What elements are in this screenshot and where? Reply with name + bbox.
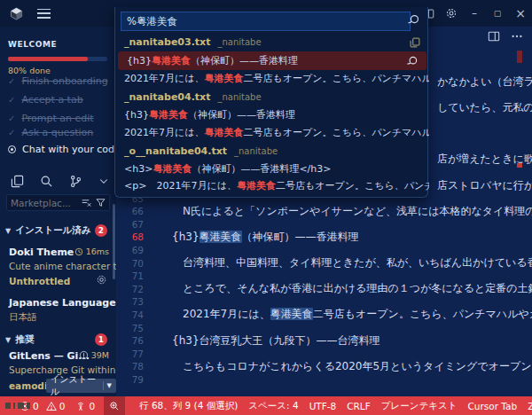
result-file-row[interactable]: _o__nanitabe04.txt _nanitabe	[115, 143, 429, 160]
radio-tower-icon	[75, 401, 86, 411]
match-highlight: 粤港美食	[205, 72, 244, 85]
quick-open-input[interactable]	[121, 12, 411, 31]
marketplace-search-input[interactable]	[11, 198, 82, 208]
section-installed[interactable]: ▼ インストール済み 2	[0, 222, 116, 239]
more-actions-icon[interactable]	[511, 30, 523, 43]
marketplace-search[interactable]	[6, 194, 110, 211]
match-highlight: 粤港美食	[149, 108, 188, 121]
warning-icon	[46, 401, 57, 411]
result-match-row[interactable]: <p> 2021年7月には、粤港美食二号店もオープン。こちら、パンチマハルやカー…	[115, 177, 429, 194]
maximize-button[interactable]: ▢	[486, 0, 509, 27]
source-control-icon[interactable]	[69, 175, 82, 188]
menu-icon[interactable]	[37, 9, 51, 19]
code-line: 76{h3}台湾豆乳大王（九段下）——台湾料理	[116, 334, 532, 348]
install-button[interactable]: インストール ▼	[46, 379, 116, 393]
sidebar-scrollbar[interactable]	[113, 204, 115, 279]
search-icon[interactable]	[40, 175, 53, 188]
check-icon: ✓	[8, 114, 15, 123]
check-icon: ✓	[8, 76, 15, 86]
split-editor-icon[interactable]	[488, 30, 500, 43]
zoom-magnifier-icon	[109, 401, 120, 411]
progress-label: 80% done	[8, 66, 51, 75]
code-line: 70 台湾料理、中国料理、タイ料理ときたが、私が、いちばん出かけている香港（	[116, 256, 532, 270]
task-chat-with-code[interactable]: Chat with your cod	[8, 144, 114, 155]
minimize-button[interactable]: –	[463, 0, 486, 27]
section-recommended[interactable]: ▼ 推奨 1	[0, 331, 116, 348]
result-match-row[interactable]: 2021年7月には、粤港美食二号店もオープン。こちら、パンチマハルやカーマやブラ…	[115, 124, 429, 141]
task-accept-a-tab[interactable]: ✓Accept a tab	[8, 94, 83, 106]
match-highlight: 粤港美食	[152, 54, 191, 67]
app-window: – ▢ × 56かなかよい（台湾ラー 57 58していたら、元私の編 59 60…	[0, 0, 532, 415]
sidebar: WELCOME 80% done ✓Finish onboarding ✓Acc…	[0, 27, 116, 396]
quick-open-panel: _nanitabe03.txt _nanitabe {h3}粤港美食（神保町）—…	[114, 7, 428, 198]
chevron-down-icon: ▼	[5, 227, 11, 235]
status-bar: 0 0 0 行 68、列 9 (4 個選択) スペース: 4 UTF-8 CRL…	[0, 396, 532, 415]
filter-funnel-icon[interactable]	[96, 198, 106, 208]
code-line-current: 68{h3}粤港美食（神保町）——香港料理	[116, 231, 532, 244]
task-prompt-an-edit[interactable]: ✓Prompt an edit	[8, 113, 94, 124]
chevron-down-icon[interactable]	[98, 176, 109, 186]
check-icon: ✓	[8, 95, 15, 105]
manage-gear-icon[interactable]	[96, 274, 107, 286]
code-line: 73	[116, 295, 532, 309]
match-highlight: 粤港美食	[153, 162, 192, 176]
onboarding-progress-bar	[8, 57, 107, 61]
chevron-down-icon: ▼	[5, 336, 11, 344]
copy-icon[interactable]	[410, 37, 420, 48]
overview-ruler-match-mark	[517, 163, 522, 168]
indentation-status[interactable]: スペース: 4	[243, 396, 303, 415]
activity-bar	[0, 171, 116, 191]
code-line: 77	[116, 347, 532, 360]
language-mode-status[interactable]: プレーンテキスト	[376, 396, 463, 415]
code-line: 67	[116, 218, 532, 231]
task-ask-a-question[interactable]: ✓Ask a question	[8, 127, 93, 138]
cursor-tab-status[interactable]: Cursor Tab	[463, 396, 523, 415]
settings-gear-icon[interactable]	[440, 0, 463, 27]
code-line: 72 ところで、そんな私が香港に出かける理由の１つが冬になると定番の土鍋飯こ	[116, 283, 532, 296]
theme-status[interactable]: Zero Two ♡	[522, 396, 532, 415]
result-file-row[interactable]: _nanitabe03.txt _nanitabe	[115, 34, 429, 51]
result-match-row[interactable]: <h3>粤港美食（神保町）——香港料理</h3>	[115, 161, 429, 177]
clear-filter-icon[interactable]	[82, 198, 91, 208]
cursor-position-status[interactable]: 行 68、列 9 (4 個選択)	[134, 396, 243, 415]
code-line: 66 N氏によると「ソンポーンやイサーンなど、浅草には本格的なタイ料理の店があ	[116, 205, 532, 218]
result-match-row[interactable]: 2021年7月には、粤港美食二号店もオープン。こちら、パンチマハルやカーマやブラ…	[115, 70, 429, 87]
close-button[interactable]: ×	[509, 0, 532, 27]
zoom-indicator[interactable]	[104, 396, 125, 415]
welcome-panel-title: WELCOME	[8, 40, 57, 49]
eol-status[interactable]: CRLF	[341, 396, 376, 415]
code-line: 79	[116, 373, 532, 387]
overview-ruler-match-mark	[517, 51, 522, 63]
result-match-row-selected[interactable]: {h3}粤港美食（神保町）——香港料理	[118, 51, 426, 70]
download-count-icon	[79, 350, 89, 360]
result-file-row[interactable]: _nanitabe04.txt _nanitabe	[115, 89, 429, 106]
recommended-count-badge: 1	[95, 333, 107, 346]
radio-icon	[8, 145, 16, 153]
ports-status[interactable]: 0	[70, 396, 100, 415]
clock-icon	[74, 247, 83, 256]
encoding-status[interactable]: UTF-8	[304, 396, 342, 415]
code-line: 74 2021年7月には、粤港美食二号店もオープン。こちら、パンチマハルやカーマ	[116, 309, 532, 322]
match-highlight: 粤港美食	[237, 179, 276, 192]
installed-count-badge: 2	[95, 224, 107, 237]
app-logo-icon	[10, 7, 23, 20]
code-line: 71	[116, 270, 532, 283]
result-match-row[interactable]: {h3}粤港美食（神保町）——香港料理	[115, 106, 429, 123]
selection-highlight: 粤港美食	[270, 308, 313, 320]
code-line: 69	[116, 244, 532, 257]
selection-highlight: 粤港美食	[200, 231, 242, 243]
match-highlight: 粤港美食	[205, 126, 244, 139]
task-finish-onboarding[interactable]: ✓Finish onboarding	[8, 75, 108, 87]
explorer-icon[interactable]	[11, 175, 24, 188]
code-line: 75	[116, 321, 532, 334]
code-line: 78 こちらもコロナがこれからくる2020年5月というタイミングでオープンしてく	[116, 360, 532, 373]
check-icon: ✓	[8, 128, 15, 137]
go-to-match-icon[interactable]	[406, 55, 419, 67]
chevron-down-icon: ▼	[107, 382, 112, 389]
search-editor-icon[interactable]	[407, 13, 420, 27]
